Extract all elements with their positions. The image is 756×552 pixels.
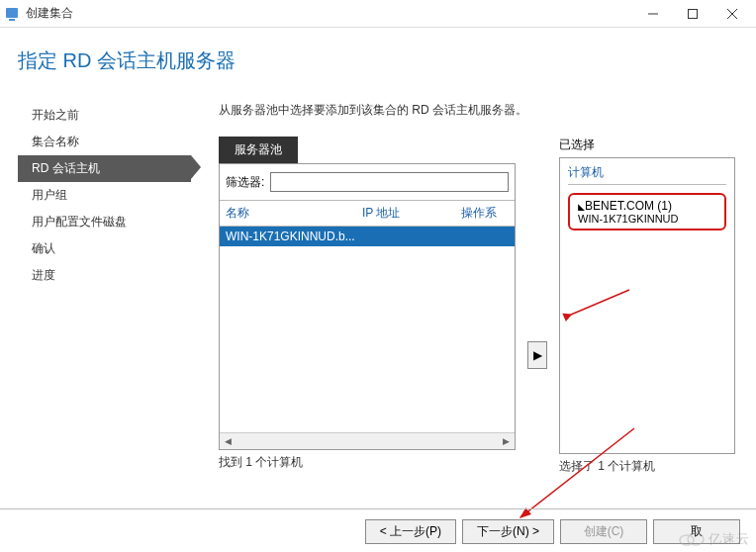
pool-row-name: WIN-1K71GKINNUD.b... <box>226 230 355 243</box>
watermark-icon <box>679 530 705 548</box>
scroll-left-icon[interactable]: ◀ <box>220 433 236 450</box>
col-name[interactable]: 名称 <box>220 201 356 226</box>
svg-point-9 <box>688 533 704 545</box>
pool-list[interactable]: WIN-1K71GKINNUD.b... <box>220 227 515 432</box>
col-ip[interactable]: IP 地址 <box>356 201 455 226</box>
prev-button[interactable]: < 上一步(P) <box>365 519 456 544</box>
instruction-text: 从服务器池中选择要添加到该集合的 RD 会话主机服务器。 <box>219 102 738 119</box>
create-button: 创建(C) <box>560 519 647 544</box>
step-user-profile-disk[interactable]: 用户配置文件磁盘 <box>18 209 191 235</box>
titlebar: 创建集合 <box>0 0 756 28</box>
step-progress[interactable]: 进度 <box>18 262 191 289</box>
pool-header: 名称 IP 地址 操作系 <box>220 200 515 227</box>
step-collection-name[interactable]: 集合名称 <box>18 129 191 155</box>
selected-box: 计算机 BENET.COM (1) WIN-1K71GKINNUD <box>559 157 735 454</box>
server-pool-box: 筛选器: 名称 IP 地址 操作系 WIN-1K71GKINNUD.b... <box>219 163 516 450</box>
selected-label: 已选择 <box>559 137 735 153</box>
selected-host[interactable]: WIN-1K71GKINNUD <box>578 213 716 225</box>
page-title: 指定 RD 会话主机服务器 <box>18 47 738 74</box>
pool-footer: 找到 1 个计算机 <box>219 454 516 471</box>
move-right-button[interactable]: ▶ <box>527 341 547 369</box>
svg-rect-1 <box>9 19 15 21</box>
minimize-button[interactable] <box>633 0 673 28</box>
tab-server-pool[interactable]: 服务器池 <box>219 137 298 163</box>
maximize-button[interactable] <box>673 0 712 28</box>
col-os[interactable]: 操作系 <box>455 201 515 226</box>
filter-label: 筛选器: <box>226 174 264 191</box>
svg-rect-3 <box>689 9 698 18</box>
step-rd-session-host[interactable]: RD 会话主机 <box>18 155 191 182</box>
selected-highlight: BENET.COM (1) WIN-1K71GKINNUD <box>568 193 726 230</box>
scroll-right-icon[interactable]: ▶ <box>498 433 515 450</box>
close-button[interactable] <box>712 0 752 28</box>
selected-header[interactable]: 计算机 <box>568 164 726 185</box>
watermark: 亿速云 <box>679 530 750 548</box>
app-icon <box>4 6 20 22</box>
step-before-begin[interactable]: 开始之前 <box>18 102 191 129</box>
svg-rect-0 <box>6 8 18 18</box>
h-scrollbar[interactable]: ◀ ▶ <box>220 432 515 449</box>
filter-input[interactable] <box>270 172 509 192</box>
wizard-steps: 开始之前 集合名称 RD 会话主机 用户组 用户配置文件磁盘 确认 进度 <box>18 102 191 475</box>
step-confirm[interactable]: 确认 <box>18 235 191 262</box>
next-button[interactable]: 下一步(N) > <box>462 519 554 544</box>
selected-domain[interactable]: BENET.COM (1) <box>578 199 716 213</box>
step-user-groups[interactable]: 用户组 <box>18 182 191 209</box>
watermark-text: 亿速云 <box>709 530 750 548</box>
wizard-footer: < 上一步(P) 下一步(N) > 创建(C) 取 <box>0 508 756 544</box>
selected-footer: 选择了 1 个计算机 <box>559 458 735 475</box>
window-title: 创建集合 <box>26 5 633 22</box>
pool-row[interactable]: WIN-1K71GKINNUD.b... <box>220 227 515 246</box>
chevron-right-icon: ▶ <box>533 348 542 362</box>
